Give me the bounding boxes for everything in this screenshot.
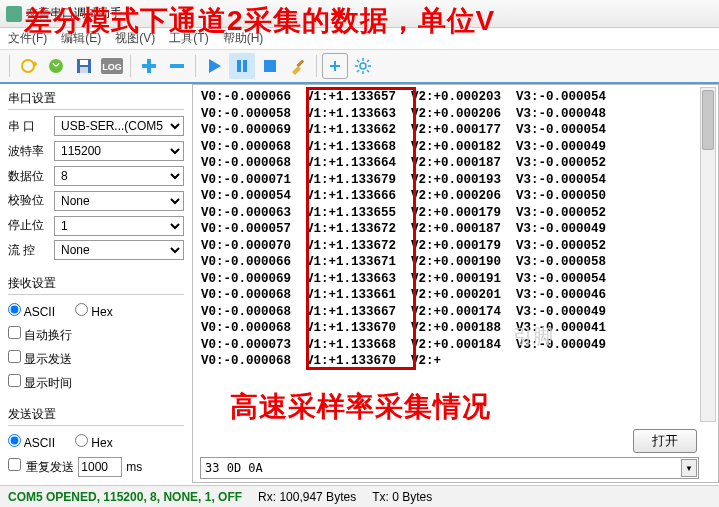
connect-icon[interactable] <box>43 53 69 79</box>
port-select[interactable]: USB-SER...(COM5 <box>54 116 184 136</box>
settings-icon[interactable] <box>350 53 376 79</box>
svg-line-19 <box>367 60 369 62</box>
app-icon <box>6 6 22 22</box>
flow-label: 流 控 <box>8 242 50 259</box>
svg-rect-3 <box>80 60 88 65</box>
scrollbar[interactable] <box>700 87 716 422</box>
tx-dropdown-icon[interactable]: ▼ <box>681 459 697 477</box>
databits-select[interactable]: 8 <box>54 166 184 186</box>
status-rx: Rx: 100,947 Bytes <box>258 490 356 504</box>
play-icon[interactable] <box>201 53 227 79</box>
repeat-check[interactable]: 重复发送 <box>8 458 74 476</box>
recv-ascii-radio[interactable]: ASCII <box>8 303 55 319</box>
svg-line-17 <box>367 70 369 72</box>
svg-rect-4 <box>80 67 88 73</box>
stopbits-label: 停止位 <box>8 217 50 234</box>
remove-icon[interactable] <box>164 53 190 79</box>
interval-input[interactable] <box>78 457 122 477</box>
svg-rect-7 <box>237 60 241 72</box>
svg-rect-10 <box>296 59 304 67</box>
new-window-icon[interactable] <box>322 53 348 79</box>
save-icon[interactable] <box>71 53 97 79</box>
svg-line-18 <box>357 70 359 72</box>
send-group-title: 发送设置 <box>8 406 184 426</box>
svg-rect-8 <box>243 60 247 72</box>
pause-icon[interactable] <box>229 53 255 79</box>
statusbar: COM5 OPENED, 115200, 8, NONE, 1, OFF Rx:… <box>0 485 719 507</box>
refresh-icon[interactable] <box>15 53 41 79</box>
autowrap-check[interactable]: 自动换行 <box>8 326 72 344</box>
toolbar: LOG <box>0 50 719 84</box>
send-hex-radio[interactable]: Hex <box>75 434 113 450</box>
parity-select[interactable]: None <box>54 191 184 211</box>
sidebar: 串口设置 串 口USB-SER...(COM5 波特率115200 数据位8 校… <box>0 84 192 483</box>
parity-label: 校验位 <box>8 192 50 209</box>
svg-rect-9 <box>264 60 276 72</box>
stopbits-select[interactable]: 1 <box>54 216 184 236</box>
svg-point-11 <box>360 63 366 69</box>
status-tx: Tx: 0 Bytes <box>372 490 432 504</box>
showtime-check[interactable]: 显示时间 <box>8 374 72 392</box>
serial-group-title: 串口设置 <box>8 90 184 110</box>
scroll-thumb[interactable] <box>702 90 714 150</box>
svg-line-16 <box>357 60 359 62</box>
status-connection: COM5 OPENED, 115200, 8, NONE, 1, OFF <box>8 490 242 504</box>
recv-hex-radio[interactable]: Hex <box>75 303 113 319</box>
svg-point-0 <box>22 60 34 72</box>
recv-group-title: 接收设置 <box>8 275 184 295</box>
ms-label: ms <box>126 460 142 474</box>
databits-label: 数据位 <box>8 168 50 185</box>
port-label: 串 口 <box>8 118 50 135</box>
rx-data: V0:-0.000066 V1:+1.133657 V2:+0.000203 V… <box>193 85 718 374</box>
send-ascii-radio[interactable]: ASCII <box>8 434 55 450</box>
stop-icon[interactable] <box>257 53 283 79</box>
tx-input[interactable] <box>200 457 699 479</box>
baud-select[interactable]: 115200 <box>54 141 184 161</box>
add-icon[interactable] <box>136 53 162 79</box>
annotation-top: 差分模式下通道2采集的数据，单位V <box>24 2 495 40</box>
svg-text:LOG: LOG <box>102 62 122 72</box>
showsend-check[interactable]: 显示发送 <box>8 350 72 368</box>
open-button[interactable]: 打开 <box>633 429 697 453</box>
flow-select[interactable]: None <box>54 240 184 260</box>
baud-label: 波特率 <box>8 143 50 160</box>
annotation-bottom: 高速采样率采集情况 <box>230 388 491 426</box>
log-icon[interactable]: LOG <box>99 53 125 79</box>
clear-icon[interactable] <box>285 53 311 79</box>
